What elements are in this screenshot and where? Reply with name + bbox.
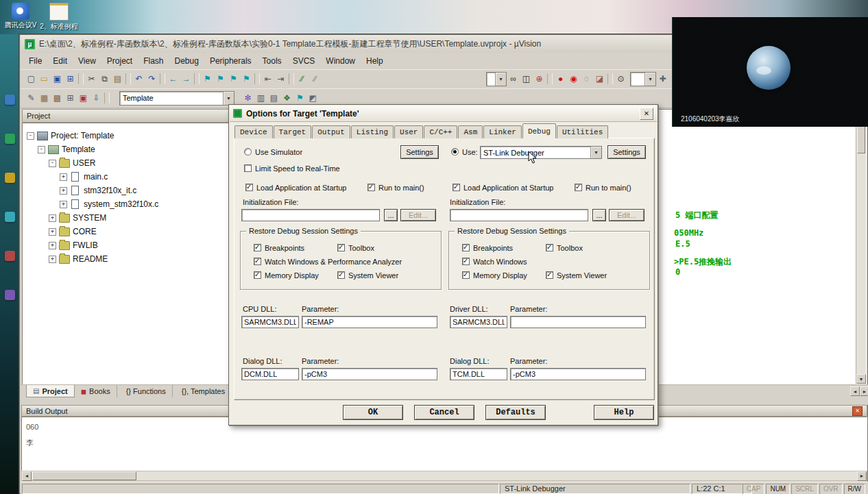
sim-dialog-dll-input[interactable] <box>241 368 299 380</box>
desktop-shortcut-tencent-meeting[interactable]: 腾讯会议V <box>1 3 40 30</box>
target-options-icon[interactable]: ✻ <box>241 92 254 104</box>
expand-toggle-icon[interactable]: + <box>49 242 56 249</box>
navigate-forward-icon[interactable]: → <box>180 73 193 85</box>
save-icon[interactable]: ▣ <box>51 73 64 85</box>
menu-item[interactable]: File <box>23 54 47 68</box>
bookmark-next-icon[interactable]: ⚑ <box>227 73 240 85</box>
close-output-icon[interactable] <box>852 406 863 416</box>
bookmark-clear-icon[interactable]: ⚑ <box>240 73 253 85</box>
cut-icon[interactable]: ✂ <box>85 73 98 85</box>
tgt-dialog-parameter-input[interactable] <box>510 368 646 380</box>
scroll-left-icon[interactable] <box>22 471 32 481</box>
scroll-right-icon[interactable] <box>860 386 868 396</box>
scroll-left-icon[interactable] <box>850 386 860 396</box>
tree-item[interactable]: + system_stm32f10x.c <box>23 197 228 211</box>
target-select-combo[interactable]: Template <box>119 91 234 106</box>
chevron-down-icon[interactable] <box>495 73 506 86</box>
use-debugger-radio[interactable]: Use: <box>451 147 478 156</box>
bookmark-prev-icon[interactable]: ⚑ <box>214 73 227 85</box>
file-extensions-icon[interactable]: ▥ <box>254 92 267 104</box>
incremental-find-icon[interactable]: ⊕ <box>533 73 546 85</box>
tgt-memory-display-checkbox[interactable]: Memory Display <box>462 271 527 280</box>
menu-item[interactable]: Window <box>320 54 361 68</box>
tgt-toolbox-checkbox[interactable]: Toolbox <box>546 243 583 252</box>
zoom-combo[interactable] <box>630 72 656 86</box>
dialog-tab[interactable]: Linker <box>483 125 522 138</box>
find-icon[interactable]: ◫ <box>520 73 533 85</box>
desktop-shortcut-examples-folder[interactable]: 2、标准例程 <box>40 3 78 32</box>
close-icon[interactable] <box>640 108 653 120</box>
copy-icon[interactable]: ⧉ <box>98 73 111 85</box>
sim-memory-display-checkbox[interactable]: Memory Display <box>254 271 319 280</box>
menu-item[interactable]: Debug <box>169 54 204 68</box>
desktop-shortcut-icon[interactable] <box>5 95 15 105</box>
zoom-icon[interactable]: ⊙ <box>614 73 627 85</box>
download-icon[interactable]: ⇩ <box>90 92 103 104</box>
cpu-parameter-input[interactable] <box>302 316 437 328</box>
eraser-icon[interactable]: ◪ <box>593 73 606 85</box>
tree-item[interactable]: + CORE <box>23 225 228 238</box>
translate-file-icon[interactable]: ✎ <box>25 92 38 104</box>
tgt-breakpoints-checkbox[interactable]: Breakpoints <box>462 243 513 252</box>
rebuild-icon[interactable]: ▩ <box>51 92 64 104</box>
bookmark-toggle-icon[interactable]: ⚑ <box>201 73 214 85</box>
menu-item[interactable]: View <box>73 54 101 68</box>
tree-item[interactable]: + main.c <box>23 170 228 184</box>
batch-build-icon[interactable]: ⊞ <box>64 92 77 104</box>
menu-item[interactable]: Edit <box>47 54 73 68</box>
use-simulator-radio[interactable]: Use Simulator <box>244 147 302 156</box>
dialog-tab[interactable]: Asm <box>458 125 483 138</box>
cpu-dll-input[interactable] <box>241 316 299 328</box>
new-file-icon[interactable]: ▢ <box>25 73 38 85</box>
dialog-titlebar[interactable]: Options for Target 'Template' <box>230 106 657 122</box>
sim-watch-windows-checkbox[interactable]: Watch Windows & Performance Analyzer <box>254 257 402 266</box>
dock-tab[interactable]: {} Functions <box>117 385 173 397</box>
comment-icon[interactable]: ∕∕ <box>296 73 309 85</box>
scroll-right-icon[interactable] <box>857 471 867 481</box>
simulator-settings-button[interactable]: Settings <box>400 145 439 159</box>
dialog-tab[interactable]: User <box>394 125 423 138</box>
output-hscrollbar[interactable] <box>21 471 867 481</box>
defaults-button[interactable]: Defaults <box>485 405 546 420</box>
tgt-browse-button[interactable]: ... <box>592 209 606 221</box>
manage-layout-icon[interactable]: ❖ <box>280 92 293 104</box>
dialog-tab[interactable]: Utilities <box>557 125 608 138</box>
editor-vscrollbar[interactable] <box>856 110 866 384</box>
tree-item[interactable]: - Template <box>23 143 228 156</box>
menu-item[interactable]: Tools <box>257 54 287 68</box>
insert-breakpoint-icon[interactable]: ◉ <box>567 73 580 85</box>
debugger-settings-button[interactable]: Settings <box>607 145 646 159</box>
chevron-down-icon[interactable] <box>590 147 601 158</box>
expand-toggle-icon[interactable]: + <box>49 228 56 236</box>
tree-item[interactable]: - Project: Template <box>23 129 228 143</box>
unindent-icon[interactable]: ⇤ <box>261 73 274 85</box>
paste-icon[interactable]: ▤ <box>111 73 124 85</box>
sim-toolbox-checkbox[interactable]: Toolbox <box>337 243 374 252</box>
dock-tab[interactable]: ▤ Project <box>26 385 75 397</box>
pack-installer-icon[interactable]: ◩ <box>306 92 320 104</box>
dock-tab[interactable]: {}, Templates <box>173 385 232 397</box>
dialog-tab[interactable]: Device <box>234 125 273 138</box>
tree-item[interactable]: + README <box>23 252 228 266</box>
tgt-run-to-main-checkbox[interactable]: Run to main() <box>575 183 631 192</box>
start-debug-session-icon[interactable]: ● <box>554 73 567 85</box>
expand-toggle-icon[interactable]: + <box>60 187 67 195</box>
expand-toggle-icon[interactable]: + <box>49 256 56 263</box>
undo-icon[interactable]: ↶ <box>132 73 145 85</box>
chevron-down-icon[interactable] <box>644 73 655 86</box>
books-window-icon[interactable]: ▤ <box>267 92 280 104</box>
desktop-shortcut-icon[interactable] <box>5 134 15 144</box>
tree-item[interactable]: + SYSTEM <box>23 211 228 225</box>
help-button[interactable]: Help <box>594 405 654 420</box>
project-tree[interactable]: - Project: Template - Template - USER <box>22 123 229 384</box>
tree-item[interactable]: + FWLIB <box>23 238 228 252</box>
dialog-tab[interactable]: Listing <box>351 125 394 138</box>
desktop-shortcut-icon[interactable] <box>5 212 15 222</box>
dialog-tab[interactable]: Debug <box>522 123 556 138</box>
sim-breakpoints-checkbox[interactable]: Breakpoints <box>254 243 304 252</box>
open-folder-icon[interactable]: ▭ <box>38 73 51 85</box>
tgt-system-viewer-checkbox[interactable]: System Viewer <box>546 271 607 280</box>
sim-load-app-checkbox[interactable]: Load Application at Startup <box>245 183 346 192</box>
limit-speed-checkbox[interactable]: Limit Speed to Real-Time <box>244 164 340 173</box>
indent-icon[interactable]: ⇥ <box>274 73 287 85</box>
